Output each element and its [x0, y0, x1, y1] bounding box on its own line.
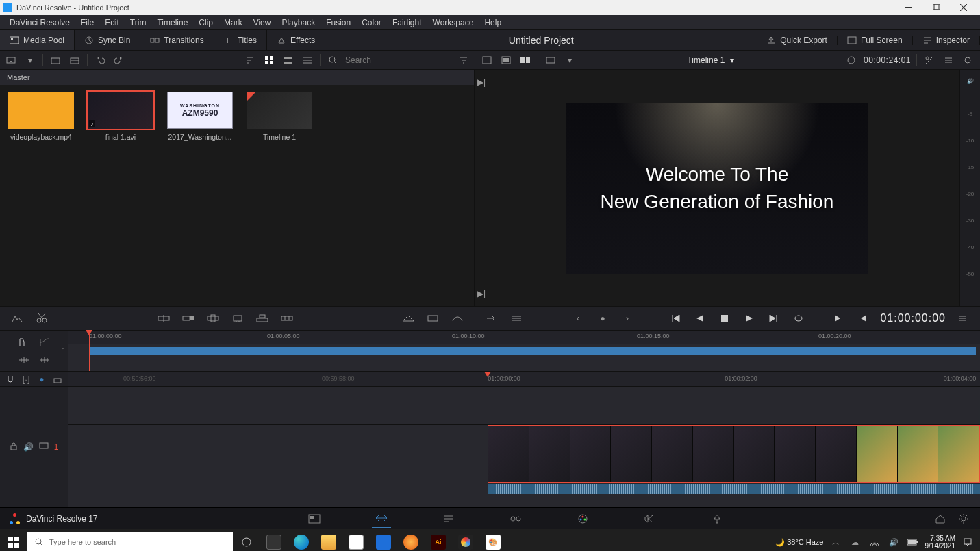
- marker-button[interactable]: [◦]: [22, 372, 31, 386]
- menu-fusion[interactable]: Fusion: [321, 18, 356, 27]
- loop-icon[interactable]: [844, 53, 858, 67]
- page-color[interactable]: [573, 509, 592, 528]
- monitor-icon[interactable]: [39, 442, 49, 452]
- overview-clip-bar[interactable]: [89, 347, 976, 355]
- play-reverse-button[interactable]: [692, 311, 707, 326]
- close-button[interactable]: [950, 0, 977, 15]
- boring-detector-button[interactable]: [10, 311, 25, 326]
- maximize-button[interactable]: [922, 0, 950, 15]
- menu-fairlight[interactable]: Fairlight: [387, 18, 427, 27]
- speaker-icon[interactable]: 🔊: [964, 74, 977, 88]
- prev-clip-button[interactable]: ‹: [570, 311, 586, 326]
- inspector-toggle[interactable]: Inspector: [913, 36, 980, 45]
- start-button[interactable]: [0, 529, 27, 551]
- media-clip[interactable]: videoplayback.mp4: [8, 92, 74, 141]
- timeline-playhead[interactable]: [488, 372, 488, 507]
- taskbar-search[interactable]: Type here to search: [27, 532, 233, 551]
- tray-clock[interactable]: 7:35 AM 9/14/2021: [925, 535, 956, 550]
- tray-battery-icon[interactable]: [906, 535, 920, 549]
- pool-breadcrumb[interactable]: Master: [0, 70, 474, 85]
- position-timecode[interactable]: 01:00:00:00: [880, 312, 946, 324]
- page-fusion[interactable]: [506, 509, 525, 528]
- timeline-tracks[interactable]: 00:59:56:00 00:59:58:00 01:00:00:00 01:0…: [68, 372, 980, 507]
- new-timeline-button[interactable]: [68, 53, 81, 67]
- sort-button[interactable]: [243, 53, 257, 67]
- timeline-view-b-button[interactable]: [38, 335, 51, 349]
- menu-playback[interactable]: Playback: [276, 18, 321, 27]
- task-view-button[interactable]: [233, 529, 260, 551]
- stop-button[interactable]: [717, 311, 732, 326]
- viewer-reset-button[interactable]: [961, 53, 975, 67]
- audio-trim-button[interactable]: [17, 353, 31, 367]
- list-view-button[interactable]: [301, 53, 314, 67]
- video-track-header[interactable]: 🔊 1: [0, 387, 68, 507]
- speaker-icon[interactable]: 🔊: [23, 442, 34, 452]
- bypass-fx-button[interactable]: [922, 53, 936, 67]
- dissolve-button[interactable]: [401, 311, 416, 326]
- timeline-view-a-button[interactable]: [17, 335, 31, 349]
- close-up-button[interactable]: [230, 311, 245, 326]
- tray-network-icon[interactable]: [868, 535, 881, 549]
- overview-playhead[interactable]: [89, 331, 90, 371]
- page-media[interactable]: [305, 509, 324, 528]
- tray-volume-icon[interactable]: 🔊: [887, 535, 901, 549]
- minimize-button[interactable]: [895, 0, 922, 15]
- chevron-down-icon[interactable]: ▾: [23, 53, 37, 67]
- go-end-button[interactable]: [766, 311, 781, 326]
- flag-button[interactable]: ●: [38, 372, 47, 386]
- media-clip[interactable]: WASHINGTON AZM9590 2017_Washington...: [167, 92, 233, 141]
- sync-bin-toggle[interactable]: Sync Bin: [75, 30, 140, 50]
- loop-button[interactable]: [791, 311, 806, 326]
- fast-review-button[interactable]: [484, 311, 499, 326]
- record-button[interactable]: ●: [595, 311, 610, 326]
- taskbar-app-edge[interactable]: [288, 529, 315, 551]
- transitions-toggle[interactable]: Transitions: [140, 30, 214, 50]
- menu-timeline[interactable]: Timeline: [151, 18, 193, 27]
- page-cut[interactable]: [372, 509, 391, 528]
- project-settings-button[interactable]: [957, 512, 970, 526]
- viewer-safe-area-button[interactable]: [480, 53, 494, 67]
- menu-help[interactable]: Help: [479, 18, 507, 27]
- source-overwrite-button[interactable]: [279, 311, 294, 326]
- viewer-mode-button[interactable]: [544, 53, 557, 67]
- timeline-audio-clip[interactable]: [488, 484, 980, 494]
- prev-edit-button[interactable]: ▶|: [475, 287, 488, 300]
- taskbar-app-files[interactable]: [315, 529, 342, 551]
- import-media-button[interactable]: [4, 53, 18, 67]
- new-bin-button[interactable]: [49, 53, 62, 67]
- lock-icon[interactable]: [10, 442, 18, 452]
- menu-davinci[interactable]: DaVinci Resolve: [4, 18, 75, 27]
- next-edit-button[interactable]: ▶|: [475, 75, 488, 89]
- jog-out-button[interactable]: [855, 311, 870, 326]
- media-pool-toggle[interactable]: Media Pool: [0, 30, 75, 50]
- smooth-cut-button[interactable]: [425, 311, 440, 326]
- page-deliver[interactable]: [707, 509, 727, 528]
- pool-search-input[interactable]: [345, 55, 451, 65]
- menu-file[interactable]: File: [75, 18, 99, 27]
- tray-onedrive-icon[interactable]: ☁: [849, 535, 862, 549]
- lock-button[interactable]: [53, 372, 62, 386]
- menu-color[interactable]: Color: [356, 18, 387, 27]
- taskbar-app-firefox[interactable]: [397, 529, 425, 551]
- taskbar-app-illustrator[interactable]: Ai: [425, 529, 452, 551]
- taskbar-app-mail[interactable]: [370, 529, 397, 551]
- timeline-menu-button[interactable]: [955, 311, 970, 326]
- tray-chevron-icon[interactable]: ︿: [829, 535, 843, 549]
- timeline-video-clip[interactable]: [488, 425, 980, 483]
- menu-workspace[interactable]: Workspace: [427, 18, 479, 27]
- taskbar-app-store[interactable]: [342, 529, 370, 551]
- home-button[interactable]: [933, 512, 947, 526]
- smart-insert-button[interactable]: [156, 311, 171, 326]
- chevron-down-icon[interactable]: ▾: [730, 55, 734, 65]
- transform-button[interactable]: [509, 311, 524, 326]
- viewer-single-button[interactable]: [499, 53, 513, 67]
- menu-trim[interactable]: Trim: [125, 18, 152, 27]
- tray-notifications-icon[interactable]: [961, 535, 975, 549]
- ripple-overwrite-button[interactable]: [205, 311, 221, 326]
- viewer-dual-button[interactable]: [518, 53, 532, 67]
- redo-button[interactable]: [112, 53, 126, 67]
- thumbnail-view-button[interactable]: [262, 53, 276, 67]
- undo-button[interactable]: [93, 53, 107, 67]
- media-clip[interactable]: ♪ final 1.avi: [88, 92, 153, 141]
- video-trim-button[interactable]: [38, 353, 51, 367]
